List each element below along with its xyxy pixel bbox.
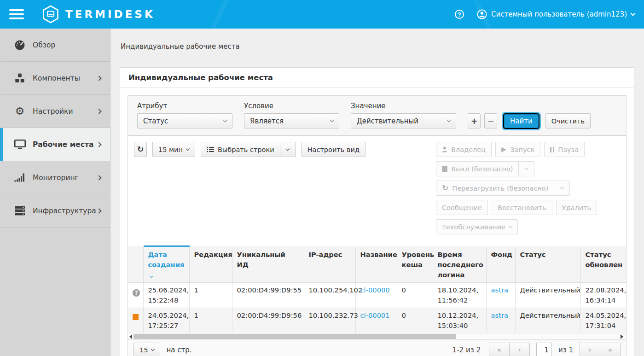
col-cache-level[interactable]: Уровень кеша [397, 246, 433, 283]
clear-button[interactable]: Очистить [545, 113, 591, 128]
of-pages-label: из 1 [558, 346, 573, 354]
user-menu-label: Системный пользователь (admin123) [491, 10, 627, 18]
workplaces-icon [13, 140, 27, 149]
grid-container: ↻ 15 мин Выбрать строки [128, 135, 627, 356]
power-off-dropdown-button[interactable] [518, 161, 534, 176]
toolbar-left: ↻ 15 мин Выбрать строки [134, 142, 366, 157]
refresh-button[interactable]: ↻ [134, 142, 147, 157]
page-size-value: 15 [139, 346, 148, 354]
power-off-button[interactable]: Выкл (безопасно) [436, 161, 519, 176]
created-cell: 25.06.2024, 15:22:48 [143, 283, 189, 308]
first-page-button[interactable]: « [489, 343, 510, 356]
scrollbar-thumb[interactable] [133, 334, 456, 339]
condition-select[interactable]: Является [244, 113, 339, 128]
reboot-button[interactable]: ↻ Перезагрузить (безопасно) [436, 181, 554, 196]
col-pool[interactable]: Фонд [486, 246, 515, 283]
select-rows-split: Выбрать строки [201, 142, 296, 157]
pool-link[interactable]: astra [491, 311, 508, 319]
workplace-link[interactable]: cl-00001 [360, 311, 390, 319]
message-button[interactable]: Сообщение [436, 200, 488, 215]
attribute-select[interactable]: Статус [137, 113, 232, 128]
workplaces-panel: Индивидуальные рабочие места Атрибут Ста… [120, 67, 634, 356]
user-menu[interactable]: Системный пользователь (admin123) [477, 9, 635, 19]
configure-view-button[interactable]: Настроить вид [302, 142, 366, 157]
restore-button[interactable]: Восстановить [492, 200, 552, 215]
col-edition[interactable]: Редакция [189, 246, 232, 283]
status-updated-cell: 24.05.2024, 17:31:04 [580, 308, 626, 333]
workplaces-table: Дата создания Редакция Уникальный ИД IP-… [128, 245, 626, 333]
chevron-right-icon [96, 142, 101, 147]
reboot-dropdown-button[interactable] [554, 181, 570, 196]
delete-button[interactable]: Удалить [556, 200, 597, 215]
workplace-link[interactable]: cl-00000 [360, 286, 390, 294]
top-header: TERMIDESK ? Системный пользователь (admi… [0, 0, 644, 29]
col-last-login[interactable]: Время последнего логина [433, 246, 486, 283]
col-status[interactable]: Статус [515, 246, 580, 283]
col-ip[interactable]: IP-адрес [304, 246, 355, 283]
table-row: ? 25.06.2024, 15:22:48 1 02:00:D4:99:D9:… [128, 283, 626, 308]
current-page-input[interactable] [536, 343, 552, 356]
sidebar-item-components[interactable]: Компоненты [0, 62, 110, 95]
help-icon[interactable]: ? [455, 10, 464, 19]
add-filter-button[interactable]: + [468, 113, 481, 128]
col-status-updated[interactable]: Статус обновлен [580, 246, 626, 283]
cache-level-cell: 0 [397, 308, 433, 333]
scroll-left-icon[interactable] [129, 334, 132, 339]
table-row: 24.05.2024, 17:25:27 1 02:00:D4:99:D9:56… [128, 308, 626, 333]
orange-square-icon [133, 314, 139, 320]
page-size-select[interactable]: 15 [133, 343, 160, 356]
owner-button[interactable]: Владелец [436, 142, 492, 157]
unique-id-cell: 02:00:D4:99:D9:55 [232, 283, 304, 308]
sidebar-item-monitoring[interactable]: Мониторинг [0, 161, 110, 194]
col-marker [128, 246, 143, 283]
ip-cell: 10.100.232.73 [304, 308, 355, 333]
sidebar-item-infrastructure[interactable]: Инфраструктура [0, 194, 110, 228]
panel-body: Атрибут Статус Условие Является [120, 88, 634, 356]
filter-value-group: Значение Действительный [351, 102, 456, 128]
select-rows-dropdown-button[interactable] [280, 142, 296, 157]
last-login-cell: 10.12.2024, 15:03:40 [433, 308, 486, 333]
brand-name: TERMIDESK [65, 8, 155, 20]
sidebar-item-label: Рабочие места [33, 140, 94, 149]
scroll-right-icon[interactable] [621, 334, 623, 339]
row-actions: Владелец ▶ Запуск Пауза [436, 142, 620, 234]
col-unique-id[interactable]: Уникальный ИД [232, 246, 304, 283]
chevron-down-icon [525, 166, 528, 169]
condition-label: Условие [244, 102, 339, 110]
sidebar-item-overview[interactable]: Обзор [0, 29, 110, 62]
sidebar-item-label: Инфраструктура [33, 207, 96, 215]
list-icon [207, 146, 214, 152]
chevron-right-icon [96, 109, 101, 114]
pause-button[interactable]: Пауза [544, 142, 585, 157]
pool-link[interactable]: astra [491, 286, 508, 294]
power-off-label: Выкл (безопасно) [451, 165, 513, 173]
refresh-interval-button[interactable]: 15 мин [152, 142, 195, 157]
col-name[interactable]: Название [355, 246, 397, 283]
per-page-label: на стр. [166, 346, 191, 354]
remove-filter-button[interactable]: − [484, 113, 497, 128]
person-icon [442, 146, 447, 152]
horizontal-scrollbar[interactable] [128, 333, 626, 339]
edition-cell: 1 [189, 283, 232, 308]
value-select-value: Действительный [357, 117, 418, 125]
sidebar-item-settings[interactable]: ⚙ Настройки [0, 95, 110, 128]
hamburger-menu-icon[interactable] [9, 9, 24, 19]
prev-page-button[interactable]: ‹ [509, 343, 530, 356]
attribute-label: Атрибут [137, 102, 232, 110]
next-page-button[interactable]: › [580, 343, 600, 356]
value-select[interactable]: Действительный [351, 113, 456, 128]
main-content: Индивидуальные рабочие места Индивидуаль… [110, 29, 644, 356]
chevron-right-icon [96, 208, 101, 213]
search-button[interactable]: Найти [504, 114, 539, 128]
owner-label: Владелец [451, 146, 486, 153]
hexagon-logo-icon [42, 5, 59, 23]
grid-footer: 15 на стр. 1-2 из 2 « ‹ [128, 339, 626, 356]
select-rows-button[interactable]: Выбрать строки [201, 142, 280, 157]
maintenance-button[interactable]: Техобслуживание [436, 219, 518, 234]
filter-actions: + − Найти Очистить [468, 113, 591, 128]
last-page-button[interactable]: » [600, 343, 621, 356]
col-created[interactable]: Дата создания [143, 246, 189, 283]
page-title: Индивидуальные рабочие места [128, 73, 626, 82]
start-button[interactable]: ▶ Запуск [495, 142, 540, 157]
sidebar-item-workplaces[interactable]: Рабочие места [0, 128, 110, 161]
